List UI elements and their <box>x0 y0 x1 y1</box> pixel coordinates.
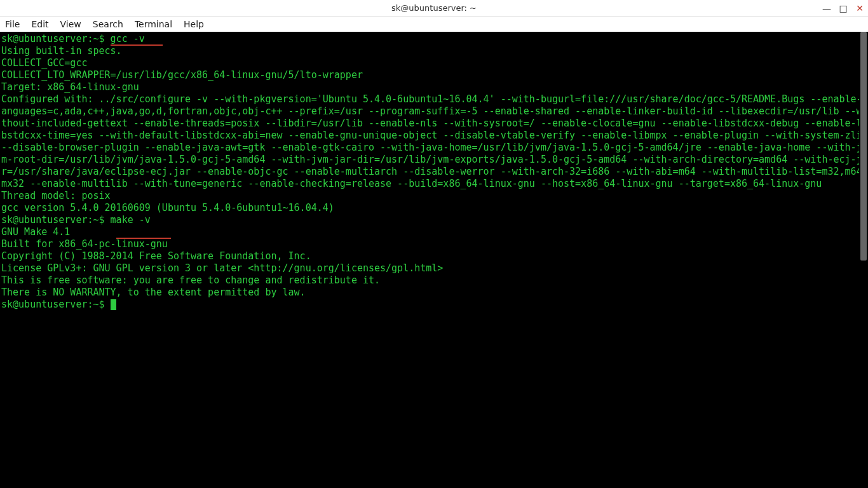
annotation-underline <box>111 44 163 46</box>
scrollbar-thumb[interactable] <box>860 32 867 261</box>
terminal-output-line: Target: x86_64-linux-gnu <box>1 81 139 93</box>
menu-file[interactable]: File <box>5 19 20 29</box>
menu-search[interactable]: Search <box>93 19 123 29</box>
window-title: sk@ubuntuserver: ~ <box>391 3 477 13</box>
command-make: make -v <box>111 214 151 226</box>
terminal-output-line: gcc version 5.4.0 20160609 (Ubuntu 5.4.0… <box>1 202 334 214</box>
menu-help[interactable]: Help <box>184 19 204 29</box>
terminal-cursor <box>111 299 116 310</box>
prompt-path: ~ <box>93 33 99 44</box>
prompt-user: sk@ubuntuserver <box>1 299 87 310</box>
terminal-output-line: COLLECT_LTO_WRAPPER=/usr/lib/gcc/x86_64-… <box>1 69 363 81</box>
terminal-output-line: Thread model: posix <box>1 190 111 201</box>
close-button[interactable]: ✕ <box>855 4 864 13</box>
terminal-output-line: Copyright (C) 1988-2014 Free Software Fo… <box>1 250 311 262</box>
window-titlebar: sk@ubuntuserver: ~ — □ ✕ <box>0 0 868 17</box>
menu-terminal[interactable]: Terminal <box>135 19 172 29</box>
terminal-output-line: This is free software: you are free to c… <box>1 274 380 286</box>
terminal-output-line: Using built-in specs. <box>1 45 122 57</box>
prompt-user: sk@ubuntuserver <box>1 214 87 226</box>
menubar: File Edit View Search Terminal Help <box>0 17 868 32</box>
minimize-button[interactable]: — <box>822 4 831 13</box>
terminal-output-line: There is NO WARRANTY, to the extent perm… <box>1 287 306 298</box>
terminal-viewport[interactable]: sk@ubuntuserver:~$ gcc -v Using built-in… <box>0 32 868 488</box>
terminal-output-line: Built for x86_64-pc-linux-gnu <box>1 238 168 250</box>
maximize-button[interactable]: □ <box>839 4 848 13</box>
terminal-output-line: COLLECT_GCC=gcc <box>1 57 87 69</box>
prompt-user: sk@ubuntuserver <box>1 33 87 44</box>
terminal-output-line: GNU Make 4.1 <box>1 226 70 238</box>
menu-edit[interactable]: Edit <box>31 19 48 29</box>
terminal-output-line: Configured with: ../src/configure -v --w… <box>1 93 868 189</box>
annotation-underline <box>116 238 171 239</box>
menu-view[interactable]: View <box>60 19 81 29</box>
terminal-output-line: License GPLv3+: GNU GPL version 3 or lat… <box>1 262 443 274</box>
prompt-path: ~ <box>93 214 99 226</box>
command-gcc: gcc -v <box>111 33 145 44</box>
prompt-path: ~ <box>93 299 99 310</box>
window-controls: — □ ✕ <box>822 0 864 17</box>
terminal-scrollbar[interactable] <box>859 32 868 488</box>
